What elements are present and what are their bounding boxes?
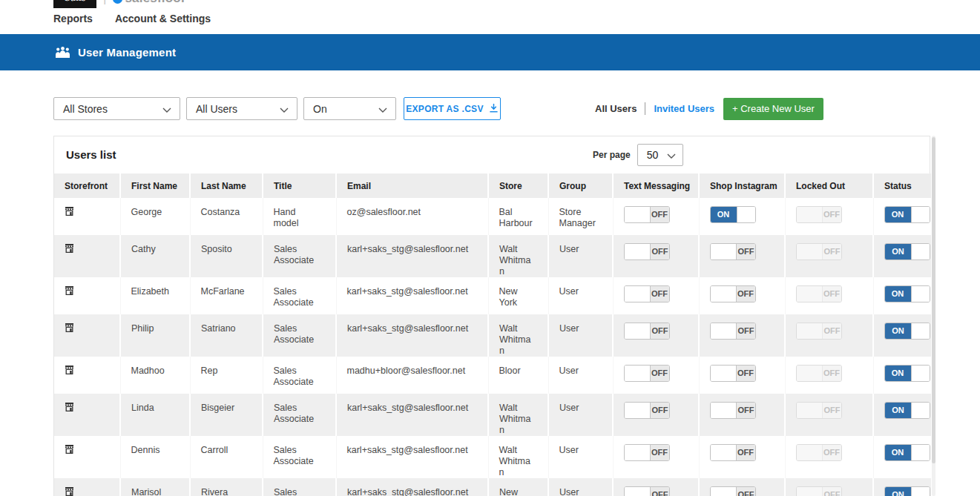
toggle-knob [797, 445, 823, 460]
email-cell: karl+saks_stg@salesfloor.net [336, 478, 488, 496]
text-messaging-toggle[interactable]: OFF [624, 402, 670, 419]
storefront-icon[interactable] [65, 323, 74, 332]
salesfloor-logo: salesfloor [113, 0, 185, 8]
storefront-cell [54, 436, 120, 478]
status-toggle-cell: ON [873, 478, 931, 496]
shop-instagram-toggle[interactable]: OFF [710, 323, 756, 340]
toggle-knob [625, 403, 651, 418]
text-messaging-toggle-cell: OFF [613, 314, 699, 357]
chevron-down-icon [667, 149, 676, 161]
user-filter-select[interactable]: All Users [186, 97, 297, 120]
toggle-knob [797, 323, 823, 339]
toggle-knob [797, 286, 823, 302]
storefront-icon[interactable] [65, 487, 74, 496]
vertical-scrollbar[interactable] [932, 136, 935, 496]
status-toggle[interactable]: ON [884, 285, 930, 302]
status-toggle[interactable]: ON [884, 206, 930, 223]
storefront-icon[interactable] [65, 403, 74, 411]
status-filter-select[interactable]: On [303, 97, 396, 120]
last-name-cell: Costanza [190, 198, 263, 235]
tab-all-users[interactable]: All Users [595, 103, 637, 114]
shop-instagram-toggle-cell: OFF [699, 357, 785, 394]
toggle-knob [911, 286, 930, 302]
text-messaging-toggle[interactable]: OFF [624, 444, 670, 461]
toggle-knob [625, 244, 651, 259]
shop-instagram-toggle[interactable]: ON [710, 206, 756, 223]
shop-instagram-toggle-cell: OFF [699, 394, 785, 436]
shop-instagram-toggle[interactable]: OFF [710, 486, 756, 496]
shop-instagram-toggle[interactable]: OFF [710, 402, 756, 419]
email-cell: madhu+bloor@salesfloor.net [336, 357, 488, 394]
toggle-knob [625, 445, 651, 460]
salesfloor-dot-icon [113, 0, 122, 4]
locked-out-toggle-cell: OFF [785, 277, 873, 314]
column-header: Locked Out [785, 173, 873, 198]
nav-account-settings[interactable]: Account & Settings [115, 13, 211, 24]
first-name-cell: Dennis [120, 436, 190, 478]
toggle-knob [797, 207, 823, 222]
storefront-icon[interactable] [65, 286, 74, 295]
locked-out-toggle-cell: OFF [785, 394, 873, 436]
storefront-cell [54, 198, 120, 235]
title-cell: Hand model [263, 198, 336, 235]
toggle-knob [797, 403, 823, 418]
brand-logos: Saks | salesfloor [53, 0, 186, 8]
shop-instagram-toggle[interactable]: OFF [710, 243, 756, 260]
toggle-knob [625, 487, 651, 496]
tab-invited-users[interactable]: Invited Users [654, 103, 714, 114]
shop-instagram-toggle[interactable]: OFF [710, 285, 756, 302]
storefront-icon[interactable] [65, 366, 74, 374]
status-toggle-cell: ON [873, 357, 931, 394]
status-toggle-cell: ON [873, 198, 931, 235]
last-name-cell: Rep [190, 357, 263, 394]
title-cell: Sales Associate [263, 357, 336, 394]
store-filter-select[interactable]: All Stores [53, 97, 180, 120]
per-page-select[interactable]: 50 [637, 144, 683, 166]
text-messaging-toggle[interactable]: OFF [624, 206, 670, 223]
storefront-cell [54, 277, 120, 314]
main-nav: Reports Account & Settings [53, 13, 211, 24]
text-messaging-toggle[interactable]: OFF [624, 323, 670, 340]
locked-out-toggle: OFF [796, 243, 842, 260]
text-messaging-toggle[interactable]: OFF [624, 285, 670, 302]
scrollbar-thumb[interactable] [932, 137, 935, 463]
email-cell: karl+saks_stg@salesfloor.net [336, 277, 488, 314]
status-toggle[interactable]: ON [884, 243, 930, 260]
status-toggle[interactable]: ON [884, 444, 930, 461]
table-row: GeorgeCostanzaHand modeloz@salesfloor.ne… [54, 198, 931, 235]
shop-instagram-toggle[interactable]: OFF [710, 444, 756, 461]
status-toggle[interactable]: ON [884, 486, 930, 496]
toggle-knob [737, 207, 755, 222]
group-cell: Store Manager [548, 198, 613, 235]
page-title: User Management [78, 46, 176, 59]
store-cell: Walt Whitman [488, 394, 548, 436]
storefront-icon[interactable] [65, 244, 74, 253]
status-toggle[interactable]: ON [884, 402, 930, 419]
column-header: Text Messaging [613, 173, 699, 198]
create-new-user-button[interactable]: + Create New User [723, 98, 823, 120]
status-toggle-cell: ON [873, 394, 931, 436]
chevron-down-icon [162, 103, 171, 115]
column-header: Title [263, 173, 336, 198]
last-name-cell: Sposito [190, 235, 263, 277]
table-row: MadhooRepSales Associatemadhu+bloor@sale… [54, 357, 931, 394]
shop-instagram-toggle[interactable]: OFF [710, 365, 756, 382]
nav-reports[interactable]: Reports [53, 13, 93, 24]
title-cell: Sales Associate [263, 478, 336, 496]
status-toggle[interactable]: ON [884, 365, 930, 382]
locked-out-toggle-cell: OFF [785, 436, 873, 478]
text-messaging-toggle[interactable]: OFF [624, 486, 670, 496]
toggle-knob [911, 323, 930, 339]
users-table-body: GeorgeCostanzaHand modeloz@salesfloor.ne… [54, 198, 931, 496]
storefront-icon[interactable] [65, 445, 74, 454]
text-messaging-toggle[interactable]: OFF [624, 243, 670, 260]
group-cell: User [548, 277, 613, 314]
status-toggle[interactable]: ON [884, 323, 930, 340]
text-messaging-toggle[interactable]: OFF [624, 365, 670, 382]
export-csv-button[interactable]: EXPORT AS .CSV [404, 97, 501, 120]
text-messaging-toggle-cell: OFF [613, 478, 699, 496]
storefront-icon[interactable] [65, 207, 74, 216]
column-header: Storefront [54, 173, 120, 198]
group-cell: User [548, 478, 613, 496]
column-header: Last Name [190, 173, 263, 198]
